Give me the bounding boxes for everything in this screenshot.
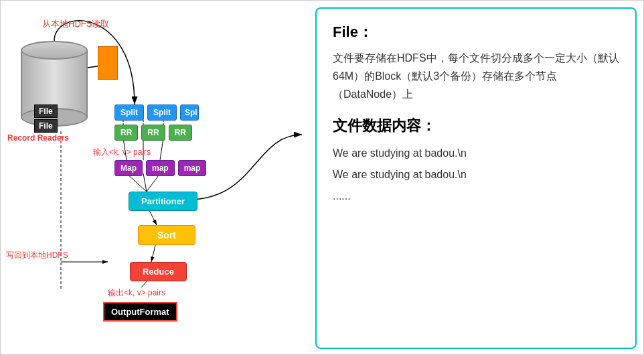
rr-box-2: RR: [169, 125, 192, 141]
info-data-title: 文件数据内容：: [333, 116, 619, 136]
split-box-1: Split: [147, 104, 177, 121]
input-label: 输入<k, v> pairs: [93, 147, 151, 158]
split-box-2: Spl: [180, 104, 199, 121]
info-data-content: We are studying at badou.\n We are study…: [333, 143, 619, 207]
sort-box: Sort: [138, 225, 195, 245]
rr-box-0: RR: [114, 125, 138, 141]
data-line-2: ......: [333, 186, 619, 207]
info-box: File： 文件要存储在HDFS中，每个文件切分成多个一定大小（默认64M）的B…: [315, 7, 637, 349]
file-label-1: File: [34, 104, 58, 118]
write-label: 写回到本地HDFS: [6, 250, 68, 261]
data-line-0: We are studying at badou.\n: [333, 143, 619, 164]
map-box-2: map: [178, 160, 207, 176]
file-label-2: File: [34, 119, 58, 133]
hdfs-read-label: 从本地HDFS读取: [42, 18, 109, 30]
rr-box-1: RR: [141, 125, 165, 141]
split-area: Split Split Spl: [114, 104, 199, 121]
main-container: File File 从本地HDFS读取 Record Readers Split…: [0, 0, 644, 355]
split-box-0: Split: [114, 104, 144, 121]
svg-line-7: [143, 173, 147, 192]
info-file-desc: 文件要存储在HDFS中，每个文件切分成多个一定大小（默认64M）的Block（默…: [333, 49, 619, 104]
orange-file-block: [98, 46, 118, 80]
hdfs-cylinder: File File: [21, 41, 88, 128]
rr-area: RR RR RR: [114, 125, 192, 141]
output-label-left: 输出<k, v> pairs: [108, 287, 165, 299]
partitioner-box: Partitioner: [129, 192, 197, 211]
map-area: Map map map: [114, 160, 206, 176]
map-box-0: Map: [114, 160, 143, 176]
svg-line-8: [147, 173, 160, 192]
data-line-1: We are studying at badou.\n: [333, 164, 619, 186]
svg-line-6: [127, 173, 147, 192]
svg-line-5: [160, 138, 163, 160]
cylinder-top: [21, 41, 88, 60]
info-file-title: File：: [333, 22, 619, 42]
map-box-1: map: [146, 160, 175, 176]
record-readers-label: Record Readers: [7, 133, 69, 143]
outputformat-left: OutputFormat: [103, 302, 177, 322]
reduce-box-left: Reduce: [130, 262, 187, 281]
